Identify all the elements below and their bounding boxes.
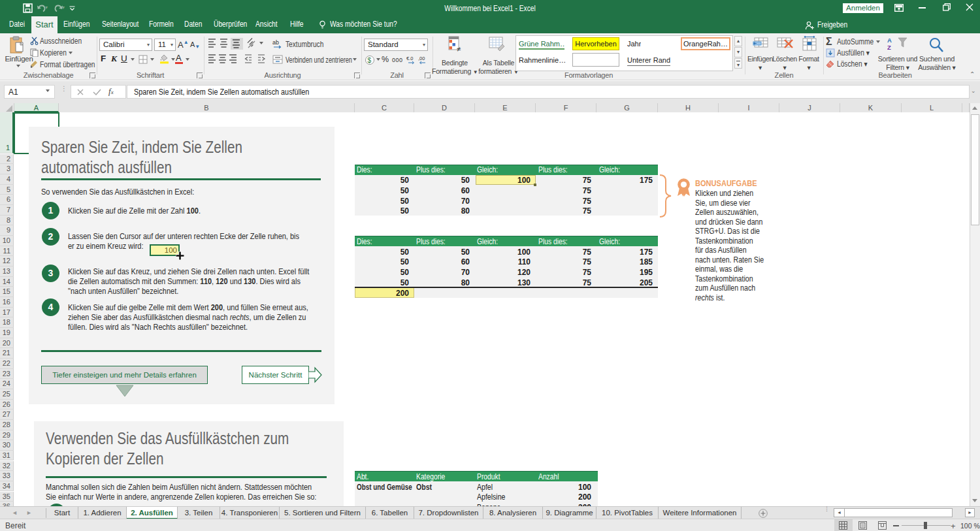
svg-text:€.0: €.0	[406, 56, 413, 61]
svg-text:ab: ab	[272, 39, 279, 46]
svg-text:A: A	[887, 37, 892, 44]
svg-text:,00: ,00	[418, 56, 425, 61]
svg-text:$: $	[368, 57, 372, 64]
svg-text:≠: ≠	[457, 45, 461, 53]
svg-text:Z: Z	[887, 44, 891, 51]
